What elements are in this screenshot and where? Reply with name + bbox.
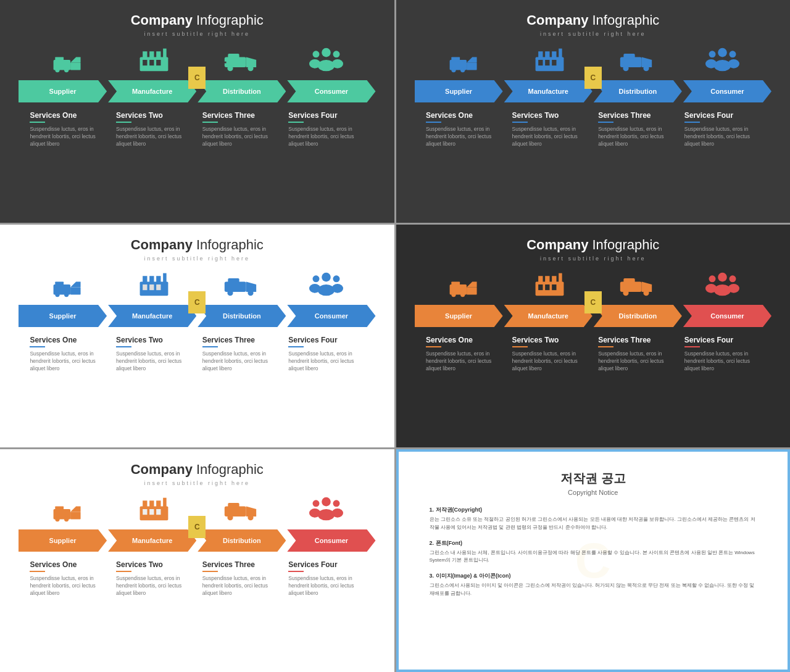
arrow-supplier-5[interactable]: Supplier [19, 529, 107, 552]
slide-4: Company Infographic insert subtitle righ… [396, 225, 791, 447]
svg-rect-108 [143, 500, 147, 507]
svg-point-3 [64, 68, 69, 72]
svg-rect-105 [70, 512, 81, 520]
svg-point-44 [643, 65, 649, 71]
arrow-supplier-4[interactable]: Supplier [415, 305, 503, 327]
svg-point-29 [460, 68, 465, 72]
svg-point-20 [322, 48, 331, 57]
arrow-manufacture-5[interactable]: Manufacture [108, 529, 196, 552]
svg-rect-85 [552, 276, 557, 283]
svg-rect-88 [552, 284, 557, 290]
slide-copyright: C 저작권 공고 Copyright Notice 1. 저작권(Copyrig… [396, 449, 791, 672]
icon-distribution-4 [598, 269, 674, 300]
icon-consumer-4 [684, 269, 760, 300]
arrow-consumer-3[interactable]: Consumer [287, 305, 375, 327]
svg-rect-4 [70, 63, 81, 70]
icon-consumer-3 [288, 269, 364, 300]
arrow-distribution-5[interactable]: Distribution [198, 529, 286, 552]
svg-rect-7 [143, 51, 147, 58]
slide-1-title-bold: Company [131, 12, 193, 28]
svg-rect-41 [623, 54, 634, 58]
svg-rect-37 [546, 60, 550, 65]
service-3-1: Services One Suspendisse luctus, eros in… [30, 336, 106, 373]
svg-point-120 [322, 497, 331, 507]
arrow-distribution-4[interactable]: Distribution [594, 305, 682, 327]
cert-badge-2: C [584, 67, 602, 89]
svg-point-97 [729, 275, 736, 282]
service-1-3: Services Three Suspendisse luctus, eros … [202, 111, 278, 148]
svg-point-124 [313, 500, 320, 507]
arrow-manufacture-4[interactable]: Manufacture [504, 305, 592, 327]
icon-manufacture [116, 44, 192, 75]
arrow-manufacture-3[interactable]: Manufacture [108, 305, 196, 327]
svg-rect-36 [539, 60, 543, 65]
svg-point-99 [709, 275, 715, 282]
svg-point-93 [623, 290, 628, 296]
svg-rect-19 [223, 62, 227, 64]
svg-rect-83 [539, 276, 543, 283]
svg-point-25 [309, 59, 320, 68]
svg-point-104 [64, 517, 69, 521]
svg-point-22 [333, 51, 340, 57]
svg-rect-111 [143, 509, 147, 515]
arrow-consumer-4[interactable]: Consumer [683, 305, 771, 327]
cert-badge-4: C [584, 291, 602, 313]
svg-point-96 [713, 284, 731, 296]
copyright-subtitle: Copyright Notice [568, 489, 618, 496]
copyright-section-2: 2. 폰트(Font) 그린소스 내 사용되는 서체, 폰트입니다. 사이트이용… [430, 539, 757, 565]
arrow-manufacture-1[interactable]: Manufacture [108, 80, 196, 102]
cert-badge-5: C [188, 516, 206, 538]
svg-marker-106 [70, 506, 81, 512]
slide-3-subtitle: insert subtitle right here [19, 255, 376, 262]
svg-rect-33 [539, 51, 543, 58]
slide-1-subtitle: insert subtitle right here [19, 31, 376, 37]
arrow-consumer-2[interactable]: Consumer [683, 80, 771, 102]
svg-point-17 [227, 65, 233, 71]
icon-distribution-2 [598, 44, 674, 75]
svg-point-74 [313, 275, 320, 282]
svg-point-73 [332, 284, 343, 293]
svg-rect-66 [228, 278, 239, 283]
svg-rect-10 [143, 60, 147, 65]
service-2-1: Services One Suspendisse luctus, eros in… [426, 111, 502, 148]
service-2-2: Services Two Suspendisse luctus, eros in… [512, 111, 588, 148]
svg-point-54 [64, 292, 69, 297]
service-3-4: Services Four Suspendisse luctus, eros i… [288, 336, 364, 373]
svg-point-103 [56, 517, 60, 521]
slide-2-title: Company Infographic [415, 12, 772, 28]
svg-rect-60 [156, 276, 160, 283]
icon-manufacture-5 [116, 494, 192, 525]
arrow-supplier-1[interactable]: Supplier [19, 80, 107, 102]
arrow-manufacture-2[interactable]: Manufacture [504, 80, 592, 102]
svg-rect-34 [546, 51, 550, 58]
slide-2-title-bold: Company [526, 12, 588, 28]
slide-4-subtitle: insert subtitle right here [415, 255, 772, 262]
arrow-consumer-1[interactable]: Consumer [287, 80, 375, 102]
arrow-consumer-5[interactable]: Consumer [287, 529, 375, 552]
service-line-3 [202, 122, 218, 123]
slide-2-subtitle: insert subtitle right here [415, 31, 772, 37]
arrow-supplier-3[interactable]: Supplier [19, 305, 107, 327]
svg-point-119 [247, 515, 253, 520]
svg-point-98 [728, 284, 739, 293]
svg-point-100 [705, 284, 717, 293]
icon-consumer-5 [288, 494, 364, 525]
icon-manufacture-3 [116, 269, 192, 300]
service-4-3: Services Three Suspendisse luctus, eros … [598, 336, 674, 373]
svg-point-72 [333, 275, 340, 282]
svg-rect-13 [163, 49, 167, 59]
arrow-distribution-1[interactable]: Distribution [198, 80, 286, 102]
svg-rect-63 [156, 284, 160, 290]
svg-rect-110 [156, 500, 160, 507]
svg-rect-61 [143, 284, 147, 290]
arrow-distribution-2[interactable]: Distribution [594, 80, 682, 102]
slide-4-services: Services One Suspendisse luctus, eros in… [415, 336, 772, 373]
arrow-distribution-3[interactable]: Distribution [198, 305, 286, 327]
arrow-supplier-2[interactable]: Supplier [415, 80, 503, 102]
icon-supplier-5 [30, 494, 106, 525]
service-line-2 [116, 122, 131, 123]
icon-distribution [202, 44, 278, 75]
svg-rect-38 [552, 60, 557, 65]
svg-point-123 [332, 508, 343, 518]
cert-badge-3: C [188, 291, 206, 313]
